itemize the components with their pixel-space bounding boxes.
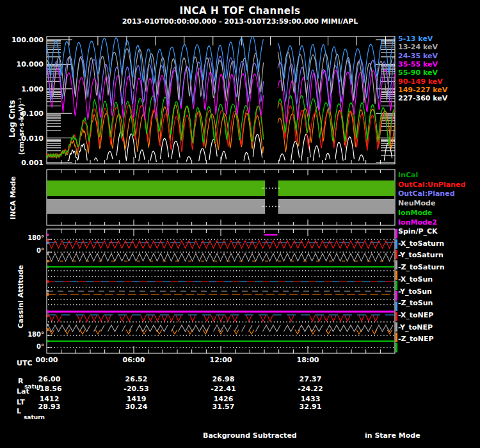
ephemeris-value: 30.24 bbox=[125, 403, 148, 411]
ephemeris-label-lat: Lat bbox=[17, 387, 29, 396]
attitude-legend-item: -Z_toSun bbox=[398, 299, 433, 307]
attitude-legend-item: -Z_toNEP bbox=[398, 335, 434, 343]
attitude-ylabel-180-top: 180° bbox=[0, 234, 44, 241]
y-tick-1: 1.000 bbox=[0, 85, 44, 93]
energy-legend-item: 5-13 keV bbox=[398, 35, 433, 43]
mode-legend-item: OutCal:Planed bbox=[398, 189, 455, 198]
y-axis-label-units: (cm²-sr-s-keV)⁻¹ bbox=[18, 97, 25, 155]
plot-window: INCA H TOF Channels 2013-010T00:00:00.00… bbox=[0, 0, 480, 448]
attitude-legend-item: -Z_toSaturn bbox=[398, 263, 445, 271]
footer-stare-mode: in Stare Mode bbox=[365, 431, 420, 440]
ephemeris-value: 26.00 bbox=[38, 375, 61, 383]
energy-legend-item: 227-360 keV bbox=[398, 94, 447, 102]
ephemeris-label-lt: LT bbox=[17, 398, 25, 406]
attitude-legend-item: -Y_toSaturn bbox=[398, 251, 444, 259]
ephemeris-value: -22.41 bbox=[211, 385, 236, 393]
y-tick-10: 10.000 bbox=[0, 60, 44, 68]
mode-legend-item: NeuMode bbox=[398, 199, 435, 207]
ephemeris-value: 26.52 bbox=[125, 375, 148, 383]
ephemeris-value: -20.53 bbox=[124, 385, 148, 393]
mode-legend-item: IonMode bbox=[398, 209, 432, 217]
inca-mode-axis-label: INCA Mode bbox=[9, 176, 17, 220]
attitude-ylabel-0-top: 0° bbox=[0, 247, 44, 254]
energy-legend-item: 55-90 keV bbox=[398, 68, 438, 77]
utc-tick-label: 00:00 bbox=[35, 356, 58, 364]
ephemeris-value: 28.93 bbox=[38, 403, 61, 411]
attitude-ylabel-0-bot: 0° bbox=[0, 343, 44, 350]
y-tick-100: 100.000 bbox=[0, 36, 44, 44]
utc-axis-label: UTC bbox=[17, 359, 33, 367]
cassini-attitude-axis-label: Cassini Attitude bbox=[17, 265, 25, 328]
ephemeris-value: 32.91 bbox=[300, 403, 322, 411]
chart-subtitle: 2013-010T00:00:00.000 - 2013-010T23:59:0… bbox=[0, 17, 480, 26]
energy-legend-item: 90-149 keV bbox=[398, 77, 443, 86]
ephemeris-label-r: R bbox=[18, 377, 23, 385]
mode-legend-item: OutCal:UnPlaned bbox=[398, 180, 465, 189]
energy-legend-item: 24-35 keV bbox=[398, 52, 438, 60]
attitude-legend-item: -X_toNEP bbox=[398, 311, 433, 319]
utc-tick-label: 18:00 bbox=[296, 356, 319, 364]
ephemeris-value: 27.37 bbox=[300, 375, 322, 383]
energy-legend-item: 149-227 keV bbox=[398, 86, 447, 94]
ephemeris-label-l: L bbox=[17, 407, 21, 415]
chart-title: INCA H TOF Channels bbox=[0, 5, 480, 17]
footer-background-subtracted: Background Subtracted bbox=[203, 431, 297, 440]
attitude-legend-item: Spin/P_CK bbox=[398, 227, 438, 236]
ephemeris-value: -18.56 bbox=[36, 385, 61, 393]
y-tick-001: 0.010 bbox=[0, 134, 44, 143]
ephemeris-label-l-sub: saturn bbox=[24, 414, 45, 420]
attitude-legend-item: -X_toSaturn bbox=[398, 239, 444, 248]
energy-legend-item: 13-24 keV bbox=[398, 43, 438, 51]
y-tick-01: 0.100 bbox=[0, 109, 44, 118]
utc-tick-label: 06:00 bbox=[122, 356, 145, 364]
y-tick-0001: 0.001 bbox=[0, 159, 44, 167]
ephemeris-value: 31.57 bbox=[212, 403, 235, 411]
ephemeris-value: -24.22 bbox=[298, 385, 323, 393]
mode-legend-item: InCal bbox=[398, 171, 418, 179]
mode-legend-item: IonMode2 bbox=[398, 218, 437, 227]
y-axis-label-log-cnts: Log Cnts bbox=[8, 100, 17, 138]
attitude-ylabel-180-bot: 180° bbox=[0, 331, 44, 338]
attitude-legend-item: -X_toSun bbox=[398, 275, 433, 284]
attitude-legend-item: -Y_toNEP bbox=[398, 323, 433, 332]
attitude-legend-item: -Y_toSun bbox=[398, 287, 432, 296]
energy-legend-item: 35-55 keV bbox=[398, 60, 438, 68]
utc-tick-label: 12:00 bbox=[209, 356, 232, 364]
ephemeris-value: 26.98 bbox=[212, 375, 235, 383]
